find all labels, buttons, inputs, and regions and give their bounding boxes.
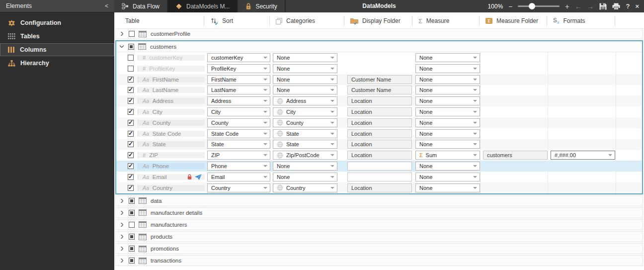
tab-datamodels-m-[interactable]: DataModels M... bbox=[168, 0, 238, 12]
category-dropdown[interactable]: None bbox=[273, 64, 337, 73]
display-folder-input[interactable]: Location bbox=[347, 183, 412, 192]
chevron-right-icon[interactable] bbox=[119, 222, 125, 227]
checkbox[interactable] bbox=[129, 198, 135, 204]
tab-data-flow[interactable]: Data Flow bbox=[114, 0, 168, 12]
column-header-table[interactable]: Table bbox=[115, 16, 204, 26]
category-dropdown[interactable]: County bbox=[273, 118, 337, 127]
column-row-customerKey[interactable]: #customerKeycustomerKeyNoneNone bbox=[116, 52, 642, 63]
zoom-slider-thumb[interactable] bbox=[529, 3, 535, 9]
sort-dropdown[interactable]: FirstName bbox=[207, 75, 270, 84]
display-folder-input[interactable] bbox=[347, 162, 412, 171]
checkbox[interactable] bbox=[128, 66, 134, 72]
chevron-right-icon[interactable] bbox=[119, 246, 125, 251]
sort-dropdown[interactable]: Address bbox=[207, 96, 270, 105]
sidebar-item-tables[interactable]: Tables bbox=[0, 30, 114, 43]
zoom-in-button[interactable]: + bbox=[565, 2, 569, 10]
measure-dropdown[interactable]: None bbox=[415, 86, 480, 94]
zoom-slider[interactable] bbox=[518, 5, 560, 7]
display-folder-input[interactable]: Location bbox=[347, 151, 412, 160]
zoom-out-button[interactable]: − bbox=[508, 2, 512, 10]
sort-dropdown[interactable]: County bbox=[207, 118, 270, 127]
checkbox[interactable] bbox=[128, 120, 134, 126]
category-dropdown[interactable]: City bbox=[273, 107, 337, 116]
checkbox[interactable] bbox=[129, 222, 135, 228]
sort-dropdown[interactable]: LastName bbox=[207, 86, 270, 94]
table-row-manufacturer-details[interactable]: manufacturer details bbox=[115, 207, 643, 218]
category-dropdown[interactable]: None bbox=[273, 173, 337, 181]
checkbox[interactable] bbox=[128, 44, 134, 50]
undo-button[interactable]: ← bbox=[574, 2, 581, 10]
measure-dropdown[interactable]: None bbox=[415, 162, 480, 171]
checkbox[interactable] bbox=[128, 185, 134, 191]
sidebar-collapse-icon[interactable]: < bbox=[105, 2, 108, 9]
redo-button[interactable]: → bbox=[587, 2, 594, 10]
close-button[interactable]: × bbox=[635, 2, 639, 10]
checkbox[interactable] bbox=[128, 152, 134, 158]
measure-dropdown[interactable]: None bbox=[415, 107, 480, 116]
sort-dropdown[interactable]: ProfileKey bbox=[207, 64, 270, 73]
column-row-State-Code[interactable]: AaState CodeState CodeStateLocationNone bbox=[116, 128, 642, 139]
table-row-customers[interactable]: customers bbox=[116, 41, 642, 52]
send-icon[interactable] bbox=[195, 174, 202, 180]
sidebar-item-hierarchy[interactable]: Hierarchy bbox=[0, 57, 114, 70]
chevron-right-icon[interactable] bbox=[119, 210, 125, 215]
formats-dropdown[interactable]: #,###.00 bbox=[551, 151, 615, 160]
display-folder-input[interactable]: Location bbox=[347, 96, 412, 105]
measure-dropdown[interactable]: None bbox=[415, 183, 480, 192]
column-row-Phone[interactable]: AaPhonePhoneNoneNone bbox=[116, 161, 642, 172]
table-row-transactions[interactable]: transactions bbox=[115, 255, 643, 266]
measure-dropdown[interactable]: None bbox=[415, 118, 480, 127]
category-dropdown[interactable]: None bbox=[273, 53, 337, 62]
display-folder-input[interactable]: Location bbox=[347, 129, 412, 138]
category-dropdown[interactable]: Country bbox=[273, 183, 337, 192]
measure-dropdown[interactable]: None bbox=[415, 173, 480, 181]
table-row-products[interactable]: products bbox=[115, 231, 643, 242]
sort-dropdown[interactable]: Email bbox=[207, 173, 270, 181]
column-header-sort[interactable]: Sort bbox=[204, 16, 269, 26]
table-row-customerProfile[interactable]: customerProfile bbox=[115, 28, 643, 39]
chevron-right-icon[interactable] bbox=[119, 258, 125, 263]
column-row-Country[interactable]: AaCountryCountryCountryLocationNone bbox=[116, 182, 642, 193]
sidebar-item-configuration[interactable]: Configuration bbox=[0, 16, 114, 29]
checkbox[interactable] bbox=[128, 98, 134, 104]
sort-dropdown[interactable]: Phone bbox=[207, 162, 270, 171]
sort-dropdown[interactable]: City bbox=[207, 107, 270, 116]
checkbox[interactable] bbox=[129, 210, 135, 216]
column-row-ProfileKey[interactable]: #ProfileKeyProfileKeyNoneNone bbox=[116, 63, 642, 74]
checkbox[interactable] bbox=[128, 131, 134, 137]
category-dropdown[interactable]: None bbox=[273, 162, 337, 171]
print-icon[interactable] bbox=[612, 3, 620, 10]
category-dropdown[interactable]: None bbox=[273, 75, 337, 84]
measure-dropdown[interactable]: None bbox=[415, 96, 480, 105]
column-row-LastName[interactable]: AaLastNameLastNameNoneCustomer NameNone bbox=[116, 85, 642, 96]
chevron-right-icon[interactable] bbox=[119, 234, 125, 239]
checkbox[interactable] bbox=[128, 87, 134, 93]
checkbox[interactable] bbox=[129, 246, 135, 252]
sort-dropdown[interactable]: ZIP bbox=[207, 151, 270, 160]
column-header-formats[interactable]: S#Formats bbox=[547, 16, 615, 26]
column-row-Email[interactable]: AaEmailEmailNoneNone bbox=[116, 172, 642, 182]
table-row-promotions[interactable]: promotions bbox=[115, 243, 643, 254]
sort-dropdown[interactable]: customerKey bbox=[207, 53, 270, 62]
chevron-right-icon[interactable] bbox=[119, 198, 125, 203]
chevron-down-icon[interactable] bbox=[119, 44, 124, 49]
checkbox[interactable] bbox=[128, 141, 134, 147]
checkbox[interactable] bbox=[129, 234, 135, 240]
column-header-categories[interactable]: Categories bbox=[269, 16, 344, 26]
measure-dropdown[interactable]: ΣSum bbox=[415, 151, 480, 160]
column-row-State[interactable]: AaStateStateStateLocationNone bbox=[116, 139, 642, 150]
checkbox[interactable] bbox=[128, 174, 134, 180]
category-dropdown[interactable]: Address bbox=[273, 96, 337, 105]
measure-dropdown[interactable]: None bbox=[415, 129, 480, 138]
sort-dropdown[interactable]: Country bbox=[207, 183, 270, 192]
display-folder-input[interactable]: Customer Name bbox=[347, 75, 412, 84]
column-row-ZIP[interactable]: #ZIPZIPZip/PostCodeLocationΣSumcustomers… bbox=[116, 150, 642, 161]
sort-dropdown[interactable]: State bbox=[207, 140, 270, 149]
column-row-County[interactable]: AaCountyCountyCountyLocationNone bbox=[116, 117, 642, 128]
category-dropdown[interactable]: State bbox=[273, 140, 337, 149]
display-folder-input[interactable]: Location bbox=[347, 107, 412, 116]
tab-security[interactable]: Security bbox=[238, 0, 285, 12]
column-row-Address[interactable]: AaAddressAddressAddressLocationNone bbox=[116, 95, 642, 106]
checkbox[interactable] bbox=[128, 163, 134, 169]
sidebar-item-columns[interactable]: Columns bbox=[0, 43, 114, 56]
